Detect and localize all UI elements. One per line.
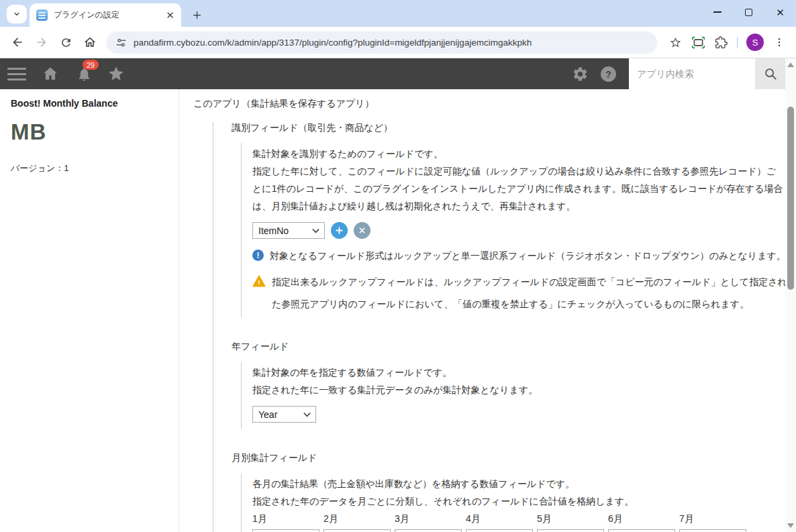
browser-tab[interactable]: プラグインの設定 ✕ (30, 3, 181, 27)
home-button[interactable] (78, 30, 102, 54)
notifications-button[interactable]: 29 (68, 58, 99, 89)
year-field-select[interactable]: Year (252, 406, 316, 423)
month-label: 7月 (679, 513, 746, 525)
chevron-down-icon (312, 228, 319, 233)
month07-select[interactable]: Month07 (679, 529, 746, 532)
plugin-abbreviation: MB (11, 119, 168, 145)
portal-home-button[interactable] (35, 58, 66, 89)
month-cell-jul: 7月 Month07 (679, 513, 746, 532)
close-icon (358, 227, 366, 234)
plus-icon (335, 226, 344, 235)
plugin-version: バージョン：1 (11, 162, 168, 174)
identifier-info-text: 対象となるフィールド形式はルックアップと単一選択系フィールド（ラジオボタン・ドロ… (270, 249, 786, 262)
info-icon: ! (252, 250, 264, 261)
profile-avatar[interactable]: S (746, 34, 764, 51)
url-text: pandafirm.cybozu.com/k/admin/app/3137/pl… (134, 38, 532, 48)
monthly-desc-2: 指定された年のデータを月ごとに分類し、それぞれのフィールドに合計値を格納します。 (252, 492, 784, 510)
gear-icon (572, 66, 589, 83)
minimize-icon (713, 11, 722, 12)
app-search-input[interactable] (629, 58, 755, 89)
add-field-button[interactable] (331, 222, 348, 239)
svg-text:?: ? (605, 68, 611, 79)
month05-select[interactable]: Month05 (537, 529, 604, 532)
monthly-desc-1: 各月の集計結果（売上金額や出庫数など）を格納する数値フィールドです。 (252, 475, 784, 492)
chevron-down-icon (303, 412, 311, 417)
url-bar[interactable]: pandafirm.cybozu.com/k/admin/app/3137/pl… (106, 32, 657, 54)
month-cell-jun: 6月 Month06 (608, 513, 675, 532)
app-search-button[interactable] (755, 58, 785, 89)
tab-close-button[interactable]: ✕ (164, 9, 176, 21)
help-button[interactable]: ? (594, 58, 622, 89)
back-button[interactable] (5, 30, 30, 54)
arrow-back-icon (11, 36, 24, 49)
browser-menu-button[interactable] (768, 31, 791, 54)
close-window-button[interactable]: ✕ (764, 0, 796, 24)
kintone-header: 29 ? (0, 58, 796, 89)
month-row-1: 1月 Month01 2月 Month02 3月 Month03 4月 (252, 513, 791, 532)
config-sections: 識別フィールド（取引先・商品など） 集計対象を識別するためのフィールドです。 指… (213, 122, 791, 532)
identifier-field-select[interactable]: ItemNo (252, 222, 325, 239)
identifier-controls: ItemNo (252, 222, 791, 239)
plugin-config-main: このアプリ（集計結果を保存するアプリ） 識別フィールド（取引先・商品など） 集計… (179, 89, 796, 532)
favorites-button[interactable] (101, 58, 132, 89)
remove-field-button[interactable] (354, 222, 370, 239)
identifier-desc-2: 指定した年に対して、このフィールドに設定可能な値（ルックアップの場合は絞り込み条… (252, 162, 784, 215)
page-scrollbar[interactable] (785, 58, 796, 532)
month-cell-apr: 4月 Month04 (466, 513, 533, 532)
star-outline-icon (669, 36, 682, 49)
month-cell-mar: 3月 Month03 (395, 513, 462, 532)
content-area: Boost! Monthly Balance MB バージョン：1 このアプリ（… (0, 89, 796, 532)
month04-select[interactable]: Month04 (466, 529, 533, 532)
year-field-value: Year (258, 409, 277, 420)
home-icon (83, 36, 97, 49)
reload-button[interactable] (54, 30, 78, 54)
forward-button[interactable] (30, 30, 54, 54)
scrollbar-thumb[interactable] (787, 107, 794, 290)
puzzle-icon (715, 36, 728, 49)
notification-badge: 29 (83, 60, 99, 70)
monthly-field-title: 月別集計フィールド (232, 452, 791, 464)
window-controls: ✕ (701, 0, 796, 24)
plugin-name: Boost! Monthly Balance (11, 98, 168, 109)
reload-icon (60, 36, 72, 49)
browser-tab-strip: プラグインの設定 ✕ ✕ (0, 0, 796, 27)
month-label: 3月 (395, 513, 462, 525)
bookmark-button[interactable] (664, 31, 687, 54)
maximize-icon (745, 9, 752, 16)
year-desc-2: 指定された年に一致する集計元データのみが集計対象となります。 (252, 381, 784, 398)
tab-title: プラグインの設定 (54, 9, 164, 21)
month-cell-feb: 2月 Month02 (324, 513, 391, 532)
identifier-field-value: ItemNo (258, 225, 289, 236)
month03-select[interactable]: Month03 (395, 529, 462, 532)
identifier-field-title: 識別フィールド（取引先・商品など） (232, 122, 791, 134)
settings-button[interactable] (566, 58, 594, 89)
screenshot-extension-button[interactable] (687, 31, 709, 54)
identifier-desc-1: 集計対象を識別するためのフィールドです。 (252, 145, 784, 162)
month02-select[interactable]: Month02 (324, 529, 391, 532)
maximize-button[interactable] (733, 0, 764, 24)
identifier-warning-text: 指定出来るルックアップフィールドは、ルックアップフィールドの設定画面で「コピー元… (272, 271, 791, 315)
svg-text:!: ! (258, 278, 260, 286)
tab-search-button[interactable] (7, 5, 27, 23)
close-icon: ✕ (166, 10, 175, 20)
screen-capture-icon (691, 36, 705, 50)
site-settings-icon (115, 37, 127, 48)
scroll-up-arrow[interactable] (787, 62, 794, 67)
kebab-menu-icon (774, 37, 785, 48)
month01-select[interactable]: Month01 (252, 529, 319, 532)
warning-icon: ! (252, 275, 266, 287)
new-tab-button[interactable] (192, 10, 202, 20)
extensions-button[interactable] (709, 31, 732, 54)
browser-toolbar: pandafirm.cybozu.com/k/admin/app/3137/pl… (0, 27, 796, 58)
kintone-page: 29 ? Boost! Monthly Balance MB バージョン：1 こ… (0, 58, 796, 532)
minimize-button[interactable] (701, 0, 733, 24)
identifier-info-message: ! 対象となるフィールド形式はルックアップと単一選択系フィールド（ラジオボタン・… (252, 249, 791, 262)
hamburger-menu-button[interactable] (0, 58, 34, 89)
question-icon: ? (600, 66, 617, 83)
close-icon: ✕ (776, 7, 785, 17)
month06-select[interactable]: Month06 (608, 529, 675, 532)
scroll-down-arrow[interactable] (787, 523, 794, 528)
arrow-forward-icon (35, 36, 48, 49)
home-icon (42, 65, 59, 83)
month-label: 2月 (324, 513, 391, 525)
